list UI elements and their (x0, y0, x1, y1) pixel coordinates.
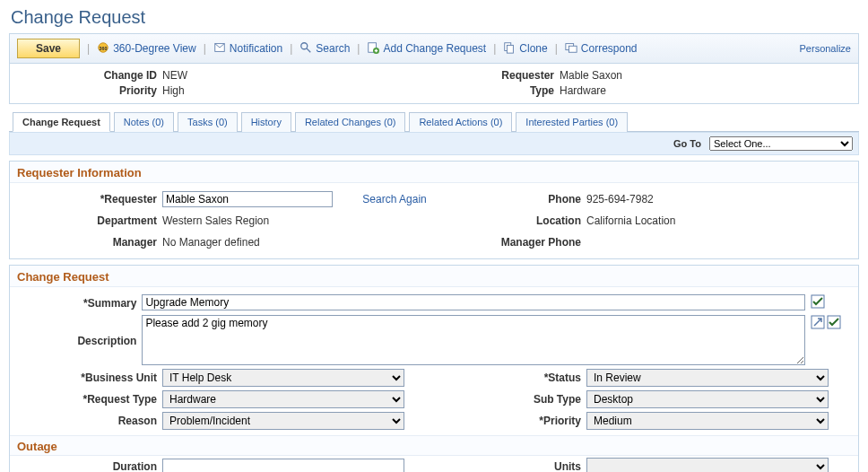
duration-input[interactable] (162, 459, 404, 472)
business-unit-select[interactable]: IT Help Desk (162, 369, 404, 387)
location-label: Location (434, 214, 586, 227)
notification-link[interactable]: Notification (213, 41, 282, 57)
360-icon: 360 (97, 41, 109, 57)
reason-select[interactable]: Problem/Incident (162, 412, 404, 430)
change-id-label: Change ID (10, 67, 162, 83)
reason-label: Reason (10, 415, 162, 427)
phone-label: Phone (434, 193, 586, 205)
personalize-link[interactable]: Personalize (800, 43, 851, 54)
toolbar-link-label: Search (316, 42, 350, 55)
tab-history[interactable]: History (241, 112, 291, 132)
section-title-requester: Requester Information (10, 162, 858, 183)
status-label: *Status (434, 371, 586, 384)
toolbar-link-label: Clone (519, 42, 547, 55)
360-degree-view-link[interactable]: 360 360-Degree View (97, 41, 196, 57)
toolbar-link-label: Correspond (581, 42, 638, 55)
svg-point-3 (301, 42, 308, 48)
priority-label: Priority (10, 83, 162, 98)
svg-rect-8 (508, 45, 514, 53)
expand-icon[interactable] (811, 315, 825, 332)
department-value: Western Sales Region (162, 214, 269, 227)
separator: | (491, 42, 498, 55)
separator: | (553, 42, 560, 55)
separator: | (85, 42, 91, 55)
status-select[interactable]: In Review (586, 369, 829, 387)
page-title: Change Request (0, 0, 868, 33)
request-type-label: *Request Type (10, 393, 162, 406)
location-value: California Location (586, 214, 675, 227)
header-fields: Change ID NEW Requester Mable Saxon Prio… (9, 64, 859, 104)
svg-rect-10 (569, 46, 577, 52)
business-unit-label: *Business Unit (10, 371, 162, 384)
requester-label: Requester (434, 67, 560, 83)
goto-label: Go To (673, 138, 707, 149)
tabstrip: Change Request Notes (0) Tasks (0) Histo… (9, 111, 859, 132)
priority-field-label: *Priority (434, 415, 586, 427)
tab-related-actions[interactable]: Related Actions (0) (409, 112, 512, 132)
separator: | (355, 42, 361, 55)
requester-field-label: *Requester (10, 193, 162, 205)
type-value: Hardware (560, 83, 606, 98)
type-label: Type (434, 83, 560, 98)
manager-label: Manager (10, 236, 162, 249)
phone-value: 925-694-7982 (586, 193, 654, 205)
requester-input[interactable] (162, 191, 333, 207)
correspond-link[interactable]: Correspond (565, 41, 638, 57)
goto-select[interactable]: Select One... (709, 136, 853, 151)
sub-type-label: Sub Type (434, 393, 586, 406)
save-button[interactable]: Save (17, 39, 80, 58)
add-change-request-link[interactable]: Add Change Request (367, 41, 486, 57)
spellcheck-icon[interactable] (811, 294, 825, 311)
change-request-section: Change Request *Summary Description (9, 265, 859, 472)
manager-phone-label: Manager Phone (434, 236, 586, 249)
section-title-change-request: Change Request (10, 266, 858, 287)
tab-related-changes[interactable]: Related Changes (0) (295, 112, 406, 132)
tab-notes[interactable]: Notes (0) (114, 112, 174, 132)
tab-tasks[interactable]: Tasks (0) (178, 112, 238, 132)
duration-label: Duration (10, 460, 162, 472)
sub-type-select[interactable]: Desktop (586, 390, 829, 408)
units-label: Units (434, 460, 586, 472)
toolbar-link-label: Add Change Request (383, 42, 486, 55)
correspond-icon (565, 41, 577, 57)
priority-select[interactable]: Medium (586, 412, 829, 430)
search-again-link[interactable]: Search Again (362, 193, 426, 205)
toolbar-link-label: Notification (230, 42, 282, 55)
department-label: Department (10, 214, 162, 227)
description-textarea[interactable] (142, 315, 805, 365)
manager-value: No Manager defined (162, 236, 260, 249)
requester-value: Mable Saxon (560, 67, 622, 83)
add-icon (367, 41, 379, 57)
toolbar: Save | 360 360-Degree View | Notificatio… (9, 33, 859, 64)
request-type-select[interactable]: Hardware (162, 390, 404, 408)
clone-link[interactable]: Clone (503, 41, 547, 57)
search-link[interactable]: Search (299, 41, 350, 57)
change-id-value: NEW (162, 67, 187, 83)
goto-bar: Go To Select One... (9, 132, 859, 155)
svg-line-4 (307, 48, 310, 51)
spellcheck-icon[interactable] (827, 315, 841, 332)
tab-change-request[interactable]: Change Request (13, 112, 110, 132)
clone-icon (503, 41, 516, 57)
separator: | (202, 42, 208, 55)
search-icon (299, 41, 312, 57)
units-select[interactable] (586, 458, 829, 472)
tab-interested-parties[interactable]: Interested Parties (0) (516, 112, 628, 132)
notification-icon (213, 41, 226, 57)
description-label: Description (10, 333, 142, 347)
outage-title: Outage (10, 435, 858, 456)
summary-label: *Summary (10, 297, 142, 310)
toolbar-link-label: 360-Degree View (113, 42, 196, 55)
priority-value: High (162, 83, 185, 98)
requester-info-section: Requester Information *Requester Search … (9, 161, 859, 259)
separator: | (288, 42, 294, 55)
svg-text:360: 360 (100, 45, 108, 50)
summary-input[interactable] (142, 294, 805, 310)
